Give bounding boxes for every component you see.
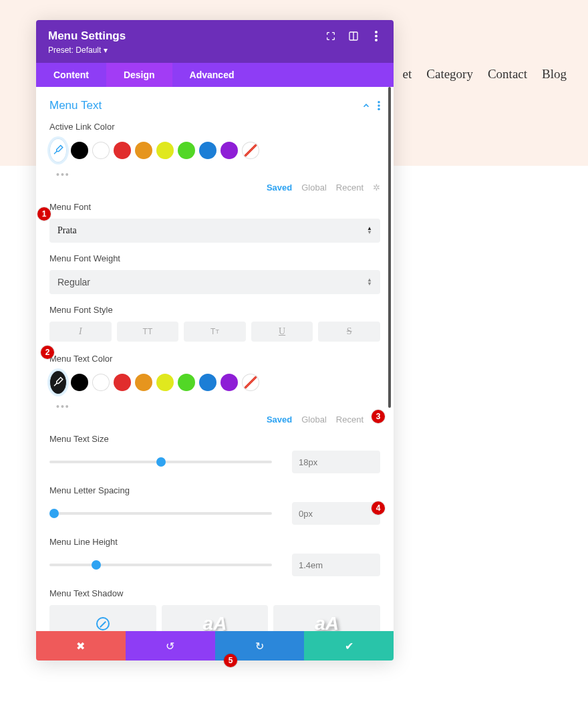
color-swatch-purple[interactable] [220,374,238,391]
color-swatch-black[interactable] [71,374,88,391]
menu-font-weight-value: Regular [57,277,90,287]
text-shadow-option[interactable]: aA [273,605,380,631]
select-chevron-icon: ▲▼ [367,227,372,235]
color-swatch-orange[interactable] [135,374,152,391]
color-swatch-blue[interactable] [199,374,216,391]
text-shadow-options: aA aA aA aA aA [49,605,380,631]
menu-text-size-label: Menu Text Size [49,434,380,444]
menu-font-weight-label: Menu Font Weight [49,253,380,263]
site-nav-item[interactable]: Blog [542,67,567,82]
color-tab-recent[interactable]: Recent [336,414,363,425]
expand-icon[interactable] [325,31,336,41]
tab-advanced[interactable]: Advanced [172,63,252,87]
undo-button[interactable]: ↺ [126,631,215,661]
callout-marker: 3 [372,410,385,423]
discard-button[interactable]: ✖ [36,631,126,661]
tab-content[interactable]: Content [36,63,106,87]
color-swatch-transparent[interactable] [242,142,259,159]
color-swatch-black[interactable] [71,142,88,159]
menu-text-size-input[interactable]: 18px [292,451,380,473]
more-colors-icon[interactable]: ••• [49,166,70,183]
font-style-italic[interactable]: I [49,322,112,342]
color-tab-recent[interactable]: Recent [336,183,363,193]
font-style-strike[interactable]: S [318,322,380,342]
color-tab-saved[interactable]: Saved [267,414,292,425]
color-swatch-white[interactable] [92,374,110,391]
site-nav-item[interactable]: Contact [488,67,527,82]
svg-point-4 [375,39,378,41]
eyedropper-icon[interactable] [49,370,67,394]
section-title[interactable]: Menu Text [49,99,102,112]
svg-point-7 [378,108,380,111]
color-tab-global[interactable]: Global [301,414,327,425]
panel-header: Menu Settings Preset: Default ▾ [36,20,394,63]
color-swatch-green[interactable] [178,374,195,391]
font-style-uppercase[interactable]: TT [117,322,179,342]
color-swatch-green[interactable] [178,142,195,159]
color-swatch-blue[interactable] [199,142,216,159]
panel-footer: ✖ ↺ ↻ ✔ [36,631,394,661]
menu-font-label: Menu Font [49,202,380,212]
menu-letter-spacing-slider[interactable] [49,512,272,515]
color-swatch-orange[interactable] [135,142,152,159]
svg-point-3 [375,35,378,37]
color-tab-global[interactable]: Global [301,183,327,193]
select-chevron-icon: ▲▼ [367,278,372,286]
menu-line-height-input[interactable]: 1.4em [292,554,380,576]
font-style-underline[interactable]: U [251,322,313,342]
more-colors-icon[interactable]: ••• [49,398,70,414]
color-swatch-white[interactable] [92,142,110,159]
svg-point-6 [378,104,380,107]
site-main-nav: et Category Contact Blog [403,67,567,82]
callout-marker: 2 [41,346,54,359]
color-swatch-transparent[interactable] [242,374,259,391]
callout-marker: 4 [372,501,385,515]
save-button[interactable]: ✔ [304,631,394,661]
menu-letter-spacing-input[interactable]: 0px [292,502,380,525]
panel-body: Menu Text Active Link Color ••• Saved Gl… [36,87,394,631]
site-nav-item[interactable]: Category [426,67,473,82]
module-settings-panel: Menu Settings Preset: Default ▾ Content … [36,20,394,661]
eyedropper-icon[interactable] [49,138,67,162]
menu-letter-spacing-label: Menu Letter Spacing [49,485,380,495]
menu-line-height-label: Menu Line Height [49,537,380,547]
columns-icon[interactable] [348,31,359,41]
settings-tabs: Content Design Advanced [36,63,394,87]
callout-marker: 5 [224,654,237,667]
menu-font-select[interactable]: Prata ▲▼ [49,219,380,243]
menu-text-shadow-label: Menu Text Shadow [49,588,380,598]
menu-text-size-slider[interactable] [49,461,272,463]
preset-dropdown[interactable]: Preset: Default ▾ [48,45,126,55]
menu-text-color-swatches [49,370,380,394]
more-menu-icon[interactable] [371,31,382,41]
color-swatch-lime[interactable] [156,142,174,159]
panel-title: Menu Settings [48,29,126,43]
collapse-icon[interactable] [361,101,371,110]
tab-design[interactable]: Design [106,63,172,87]
text-shadow-option[interactable]: aA [162,605,269,631]
color-swatch-purple[interactable] [220,142,238,159]
menu-font-value: Prata [57,225,77,236]
site-nav-item[interactable]: et [403,67,412,82]
active-link-color-swatches [49,138,380,162]
color-swatch-lime[interactable] [156,374,174,391]
svg-point-2 [375,31,378,33]
color-swatch-red[interactable] [114,142,131,159]
active-link-color-label: Active Link Color [49,122,380,132]
color-swatch-red[interactable] [114,374,131,391]
section-more-icon[interactable] [378,101,380,110]
text-shadow-none[interactable] [49,605,156,631]
color-tab-saved[interactable]: Saved [267,183,292,193]
callout-marker: 1 [37,207,51,221]
menu-line-height-slider[interactable] [49,564,272,566]
svg-point-5 [378,101,380,104]
color-settings-gear-icon[interactable]: ✲ [373,183,380,193]
menu-text-color-label: Menu Text Color [49,354,380,364]
font-style-smallcaps[interactable]: TT [184,322,246,342]
menu-font-style-label: Menu Font Style [49,305,380,315]
menu-font-weight-select[interactable]: Regular ▲▼ [49,270,380,294]
scrollbar[interactable] [388,87,391,408]
